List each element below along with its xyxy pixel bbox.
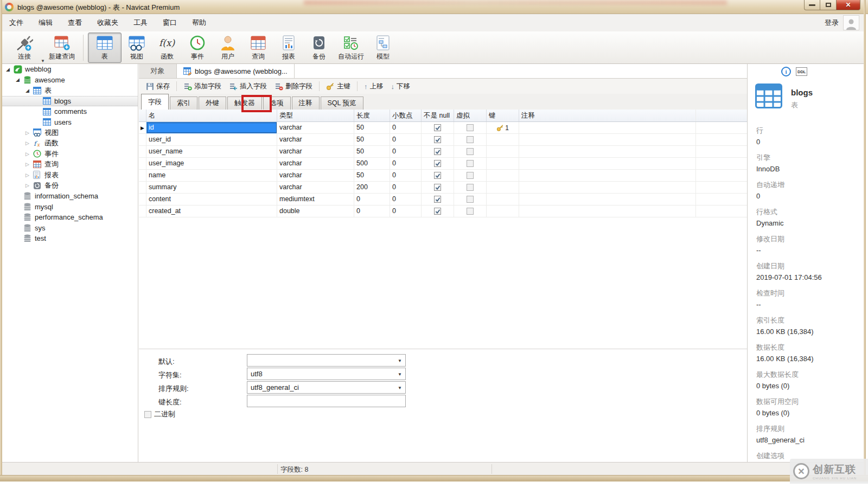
field-name-cell[interactable]: user_id: [146, 134, 277, 145]
tree-item-views[interactable]: ▷ 视图: [2, 127, 138, 138]
collation-combobox[interactable]: utf8_general_ci▼: [247, 381, 406, 394]
binary-checkbox-row[interactable]: 二进制: [144, 409, 175, 419]
tree-item-mysql[interactable]: mysql: [2, 202, 138, 213]
menu-tools[interactable]: 工具: [126, 15, 155, 30]
not-null-checkbox[interactable]: [434, 136, 441, 143]
field-type-cell[interactable]: varchar: [277, 134, 354, 145]
tab-fields[interactable]: 字段: [141, 94, 169, 110]
field-comment-cell[interactable]: [519, 158, 696, 169]
add-field-button[interactable]: 添加字段: [180, 80, 225, 93]
field-length-cell[interactable]: 200: [354, 182, 390, 193]
field-length-cell[interactable]: 50: [354, 146, 390, 157]
field-comment-cell[interactable]: [519, 134, 696, 145]
menu-help[interactable]: 帮助: [184, 15, 214, 30]
virtual-checkbox[interactable]: [467, 172, 474, 179]
field-comment-cell[interactable]: [519, 206, 696, 217]
field-decimals-cell[interactable]: 0: [390, 158, 422, 169]
charset-combobox[interactable]: utf8▼: [247, 368, 406, 380]
field-comment-cell[interactable]: [519, 194, 696, 205]
column-header-decimals[interactable]: 小数点: [390, 110, 422, 121]
tree-item-performance-schema[interactable]: performance_schema: [2, 212, 138, 223]
tree-item-sys[interactable]: sys: [2, 223, 138, 234]
field-row-user-name[interactable]: user_name varchar 50 0: [139, 146, 747, 158]
virtual-checkbox[interactable]: [467, 208, 474, 215]
tree-item-test[interactable]: test: [2, 233, 138, 244]
tree-item-awesome[interactable]: ◢ awesome: [2, 75, 138, 86]
not-null-checkbox[interactable]: [434, 208, 441, 215]
toolbar-new-query-button[interactable]: 新建查询: [45, 33, 79, 63]
field-name-cell[interactable]: content: [146, 194, 277, 205]
tree-item-functions[interactable]: ▷ fx 函数: [2, 138, 138, 149]
field-length-cell[interactable]: 0: [354, 194, 390, 205]
toolbar-report-button[interactable]: 报表: [273, 33, 304, 63]
field-decimals-cell[interactable]: 0: [390, 182, 422, 193]
tree-item-events[interactable]: ▷ 事件: [2, 149, 138, 159]
collapse-arrow-icon[interactable]: ▷: [25, 183, 33, 188]
tree-item-reports[interactable]: ▷ 报表: [2, 170, 138, 181]
primary-key-button[interactable]: 主键: [322, 80, 354, 93]
virtual-checkbox[interactable]: [467, 136, 474, 143]
field-type-cell[interactable]: double: [277, 206, 354, 217]
field-row-content[interactable]: content mediumtext 0 0: [139, 194, 747, 206]
field-name-cell[interactable]: name: [146, 170, 277, 181]
field-name-cell[interactable]: summary: [146, 182, 277, 193]
expand-arrow-icon[interactable]: ◢: [25, 88, 33, 93]
collapse-arrow-icon[interactable]: ▷: [25, 130, 33, 136]
toolbar-event-button[interactable]: 事件: [182, 33, 213, 63]
delete-field-button[interactable]: 删除字段: [271, 80, 316, 93]
menu-favorites[interactable]: 收藏夹: [90, 15, 126, 30]
menu-window[interactable]: 窗口: [155, 15, 184, 30]
collapse-arrow-icon[interactable]: ▷: [25, 151, 33, 157]
column-header-not-null[interactable]: 不是 null: [422, 110, 454, 121]
tree-item-users[interactable]: users: [2, 117, 138, 128]
collapse-arrow-icon[interactable]: ▷: [25, 140, 33, 146]
key-length-input[interactable]: [247, 395, 406, 407]
minimize-button[interactable]: [804, 0, 820, 10]
toolbar-automation-button[interactable]: 自动运行: [334, 33, 368, 63]
not-null-checkbox[interactable]: [434, 172, 441, 179]
info-icon[interactable]: i: [781, 67, 791, 76]
field-name-cell[interactable]: user_image: [146, 158, 277, 169]
field-length-cell[interactable]: 50: [354, 170, 390, 181]
binary-checkbox[interactable]: [144, 411, 151, 418]
field-length-cell[interactable]: 0: [354, 206, 390, 217]
field-length-cell[interactable]: 500: [354, 158, 390, 169]
menu-file[interactable]: 文件: [2, 15, 31, 30]
tab-blogs-document[interactable]: blogs @awesome (webblog...: [177, 64, 295, 78]
tree-item-webblog[interactable]: ◢ webblog: [2, 64, 138, 75]
column-header-length[interactable]: 长度: [354, 110, 390, 121]
field-decimals-cell[interactable]: 0: [390, 170, 422, 181]
toolbar-view-button[interactable]: 视图: [122, 33, 152, 63]
tab-objects[interactable]: 对象: [139, 64, 177, 78]
default-combobox[interactable]: ▼: [247, 354, 406, 367]
field-decimals-cell[interactable]: 0: [390, 122, 422, 133]
field-row-created-at[interactable]: created_at double 0 0: [139, 206, 747, 217]
column-header-type[interactable]: 类型: [277, 110, 354, 121]
virtual-checkbox[interactable]: [467, 184, 474, 191]
toolbar-query-button[interactable]: 查询: [243, 33, 273, 63]
save-button[interactable]: 保存: [142, 80, 174, 93]
toolbar-table-button[interactable]: 表: [88, 33, 122, 63]
ddl-icon[interactable]: DDL: [796, 67, 807, 76]
field-length-cell[interactable]: 50: [354, 122, 390, 133]
field-row-user-id[interactable]: user_id varchar 50 0: [139, 134, 747, 146]
column-header-key[interactable]: 键: [487, 110, 519, 121]
tree-item-information-schema[interactable]: information_schema: [2, 191, 138, 202]
move-down-button[interactable]: ↓ 下移: [387, 80, 414, 93]
not-null-checkbox[interactable]: [434, 196, 441, 203]
field-row-name[interactable]: name varchar 50 0: [139, 170, 747, 182]
tree-item-tables-folder[interactable]: ◢ 表: [2, 85, 138, 96]
user-avatar[interactable]: [843, 15, 859, 30]
column-header-comment[interactable]: 注释: [519, 110, 696, 121]
tree-item-queries[interactable]: ▷ 查询: [2, 159, 138, 170]
tab-indexes[interactable]: 索引: [170, 97, 197, 110]
field-decimals-cell[interactable]: 0: [390, 146, 422, 157]
field-name-cell[interactable]: user_name: [146, 146, 277, 157]
expand-arrow-icon[interactable]: ◢: [16, 77, 23, 82]
column-header-virtual[interactable]: 虚拟: [454, 110, 487, 121]
field-decimals-cell[interactable]: 0: [390, 134, 422, 145]
toolbar-model-button[interactable]: 模型: [368, 33, 398, 63]
title-bar[interactable]: blogs @awesome (webblog) - 表 - Navicat P…: [0, 0, 868, 14]
field-length-cell[interactable]: 50: [354, 134, 390, 145]
field-decimals-cell[interactable]: 0: [390, 194, 422, 205]
